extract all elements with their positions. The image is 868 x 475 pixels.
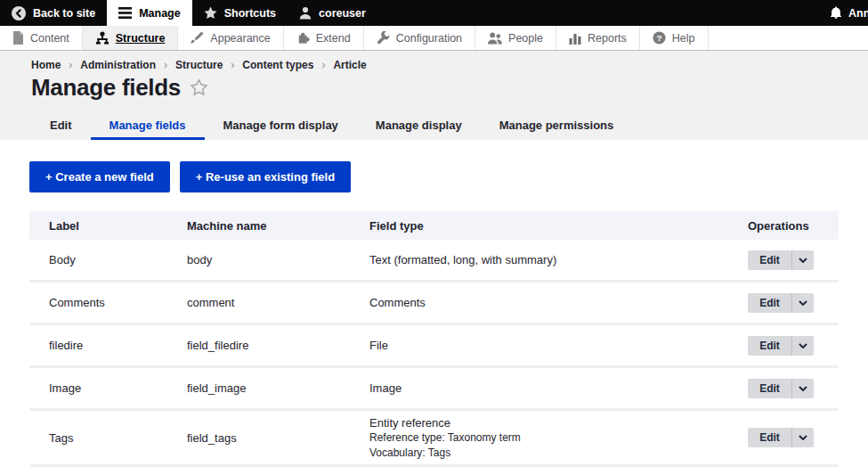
edit-button[interactable]: Edit — [748, 250, 791, 270]
menu-item-people[interactable]: People — [475, 26, 556, 50]
people-icon — [488, 32, 502, 45]
back-circle-icon — [12, 6, 26, 20]
menu-item-reports[interactable]: Reports — [556, 26, 640, 50]
menu-extend-label: Extend — [316, 32, 351, 45]
menu-people-label: People — [508, 32, 543, 45]
operations-dropdown: Edit — [748, 336, 819, 356]
primary-tabs: Edit Manage fields Manage form display M… — [31, 114, 868, 140]
toolbar-item-manage[interactable]: Manage — [107, 0, 192, 26]
back-to-site-label: Back to site — [33, 7, 95, 20]
operations-dropdown: Edit — [748, 379, 819, 398]
tab-manage-display[interactable]: Manage display — [357, 114, 481, 140]
help-icon: ? — [653, 31, 666, 45]
star-icon — [204, 6, 217, 20]
operations-dropdown: Edit — [748, 293, 819, 313]
toolbar-item-shortcuts[interactable]: Shortcuts — [192, 0, 288, 26]
menu-appearance-label: Appearance — [210, 32, 270, 45]
svg-text:?: ? — [656, 33, 661, 43]
field-machine-name: comment — [187, 296, 369, 309]
menu-item-appearance[interactable]: Appearance — [178, 26, 283, 50]
edit-dropdown-toggle[interactable] — [791, 379, 814, 398]
table-header-row: Label Machine name Field type Operations — [29, 211, 839, 240]
field-type-detail: Reference type: Taxonomy term — [369, 430, 748, 446]
operations-dropdown: Edit — [748, 428, 819, 447]
header-label: Label — [49, 219, 187, 233]
breadcrumb-home[interactable]: Home — [31, 59, 61, 71]
field-machine-name: field_image — [187, 381, 369, 395]
edit-button[interactable]: Edit — [748, 428, 791, 447]
document-icon — [12, 31, 24, 45]
table-row-comments: Comments comment Comments Edit — [29, 283, 839, 325]
table-row-body: Body body Text (formatted, long, with su… — [29, 240, 839, 283]
edit-dropdown-toggle[interactable] — [791, 250, 814, 270]
toolbar-announcements-label: Announcements — [848, 7, 868, 20]
breadcrumb: Home › Administration › Structure › Cont… — [31, 59, 868, 71]
field-type: Text (formatted, long, with summary) — [369, 252, 748, 267]
field-type: Image — [369, 381, 748, 396]
tab-manage-permissions[interactable]: Manage permissions — [481, 114, 633, 140]
bar-chart-icon — [569, 32, 581, 45]
admin-menu: Content Structure Appearance Extend Conf… — [0, 26, 868, 51]
edit-dropdown-toggle[interactable] — [791, 336, 814, 356]
edit-button[interactable]: Edit — [748, 379, 791, 398]
field-actions: + Create a new field + Re-use an existin… — [29, 161, 868, 192]
edit-dropdown-toggle[interactable] — [791, 293, 814, 313]
breadcrumb-separator: › — [69, 59, 72, 71]
field-type: Entity reference — [369, 415, 748, 430]
toolbar-shortcuts-label: Shortcuts — [224, 7, 276, 20]
wrench-icon — [377, 31, 390, 45]
fields-table: Label Machine name Field type Operations… — [29, 211, 839, 467]
header-operations: Operations — [748, 219, 819, 233]
create-new-field-button[interactable]: + Create a new field — [29, 161, 170, 192]
breadcrumb-administration[interactable]: Administration — [80, 59, 156, 71]
back-to-site-button[interactable]: Back to site — [0, 0, 107, 26]
edit-button[interactable]: Edit — [748, 336, 791, 356]
toolbar-item-user[interactable]: coreuser — [288, 0, 377, 26]
breadcrumb-content-types[interactable]: Content types — [242, 59, 313, 71]
sitemap-icon — [95, 31, 110, 45]
menu-content-label: Content — [30, 32, 69, 45]
puzzle-icon — [296, 31, 310, 45]
header-field-type: Field type — [369, 219, 748, 233]
field-type-detail: Vocabulary: Tags — [369, 446, 748, 461]
menu-item-extend[interactable]: Extend — [284, 26, 364, 50]
operations-dropdown: Edit — [748, 250, 819, 270]
field-label: Image — [49, 381, 187, 395]
page-header-region: Home › Administration › Structure › Cont… — [0, 51, 868, 140]
edit-dropdown-toggle[interactable] — [791, 428, 814, 447]
menu-item-configuration[interactable]: Configuration — [364, 26, 475, 50]
tab-manage-form-display[interactable]: Manage form display — [205, 114, 357, 140]
field-machine-name: body — [187, 253, 369, 266]
table-row-tags: Tags field_tags Entity reference Referen… — [29, 411, 839, 467]
toolbar-manage-label: Manage — [139, 7, 181, 20]
field-label: Body — [49, 253, 187, 266]
menu-reports-label: Reports — [588, 32, 627, 45]
menu-item-content[interactable]: Content — [0, 26, 83, 50]
breadcrumb-structure[interactable]: Structure — [175, 59, 223, 71]
paintbrush-icon — [191, 31, 204, 45]
field-machine-name: field_filedire — [187, 339, 369, 352]
menu-configuration-label: Configuration — [396, 32, 462, 45]
menu-item-structure[interactable]: Structure — [83, 26, 179, 50]
star-outline-icon[interactable] — [190, 78, 208, 97]
page-title: Manage fields — [31, 74, 181, 102]
bell-icon — [830, 6, 842, 20]
toolbar-user-label: coreuser — [319, 7, 366, 20]
table-row-image: Image field_image Image Edit — [29, 368, 839, 411]
breadcrumb-separator: › — [321, 59, 325, 71]
reuse-existing-field-button[interactable]: + Re-use an existing field — [180, 161, 351, 192]
header-machine-name: Machine name — [187, 219, 369, 233]
breadcrumb-separator: › — [164, 59, 167, 71]
field-type: Comments — [369, 295, 748, 310]
breadcrumb-article[interactable]: Article — [333, 59, 366, 71]
toolbar-item-announcements[interactable]: Announcements — [830, 0, 868, 26]
edit-button[interactable]: Edit — [748, 293, 791, 313]
field-label: Comments — [49, 296, 187, 309]
tab-edit[interactable]: Edit — [31, 114, 91, 140]
field-label: filedire — [49, 339, 187, 352]
tab-manage-fields[interactable]: Manage fields — [91, 114, 205, 140]
menu-item-help[interactable]: ? Help — [640, 26, 709, 50]
breadcrumb-separator: › — [231, 59, 234, 71]
admin-toolbar: Back to site Manage Shortcuts coreuser A… — [0, 0, 868, 26]
table-row-filedire: filedire field_filedire File Edit — [29, 325, 839, 368]
